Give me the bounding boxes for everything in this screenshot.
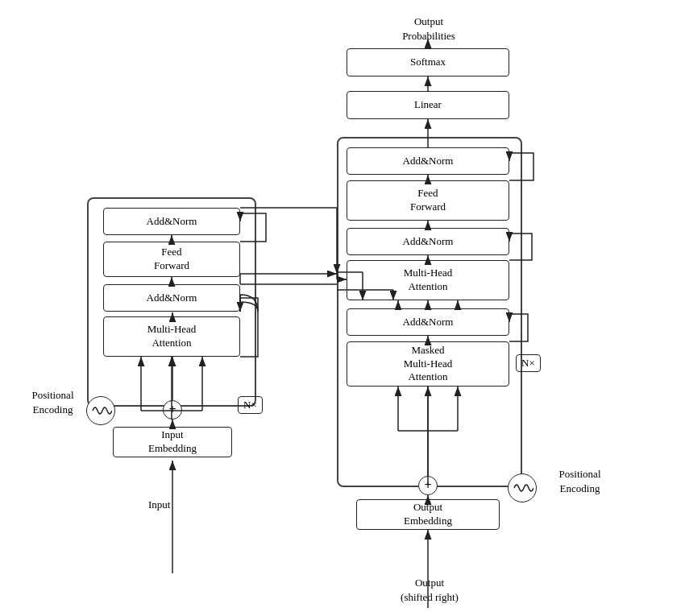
- dec-plus-circle: +: [418, 476, 438, 495]
- enc-feed-forward: FeedForward: [103, 242, 240, 277]
- enc-add-norm-1: Add&Norm: [103, 284, 240, 312]
- dec-positional-encoding-icon: [508, 473, 537, 502]
- enc-positional-encoding-icon: [86, 396, 115, 425]
- enc-input-embedding: InputEmbedding: [113, 427, 232, 457]
- output-probabilities-label: OutputProbabilities: [372, 14, 485, 43]
- dec-add-norm-3: Add&Norm: [347, 147, 509, 175]
- dec-add-norm-1: Add&Norm: [347, 308, 509, 336]
- dec-add-norm-2: Add&Norm: [347, 228, 509, 255]
- dec-output-embedding: OutputEmbedding: [356, 499, 500, 530]
- enc-nx-label: N×: [238, 396, 263, 414]
- enc-multi-head-attention: Multi-HeadAttention: [103, 316, 240, 357]
- enc-positional-encoding-label: PositionalEncoding: [23, 388, 83, 417]
- dec-positional-encoding-label: PositionalEncoding: [542, 467, 618, 496]
- linear-block: Linear: [347, 91, 509, 119]
- enc-plus-circle: +: [163, 400, 182, 420]
- dec-multi-head-attention: Multi-HeadAttention: [347, 260, 509, 300]
- enc-input-label: Input: [148, 498, 170, 512]
- dec-nx-label: N×: [516, 354, 541, 372]
- softmax-block: Softmax: [347, 48, 509, 76]
- enc-add-norm-2: Add&Norm: [103, 208, 240, 235]
- dec-output-label: Output(shifted right): [393, 576, 466, 605]
- dec-feed-forward: FeedForward: [347, 180, 509, 221]
- dec-masked-multi-head: MaskedMulti-HeadAttention: [347, 341, 509, 387]
